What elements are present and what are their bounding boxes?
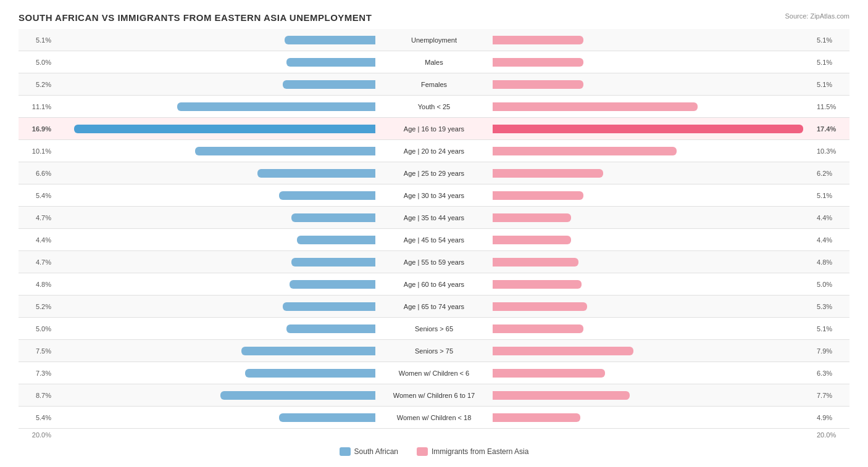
bar-blue — [285, 36, 375, 44]
left-bar-area — [54, 275, 375, 294]
left-value: 5.0% — [19, 59, 54, 66]
left-bar-area — [54, 297, 375, 316]
row-label: Males — [375, 59, 493, 66]
left-bar-area — [54, 209, 375, 227]
axis-row: 20.0%20.0% — [19, 429, 849, 441]
bar-pink — [493, 258, 578, 267]
bar-blue — [297, 236, 375, 244]
table-row: 6.6%Age | 25 to 29 years6.2% — [19, 162, 849, 184]
bar-pink — [493, 324, 583, 333]
right-bar-area — [493, 53, 814, 72]
legend: South African Immigrants from Eastern As… — [19, 447, 849, 456]
right-value: 4.4% — [814, 236, 849, 244]
left-value: 4.7% — [19, 258, 54, 266]
bar-pink — [493, 80, 583, 89]
left-value: 11.1% — [19, 103, 54, 110]
bar-blue — [74, 125, 375, 133]
table-row: 5.2%Females5.1% — [19, 73, 849, 96]
left-value: 16.9% — [19, 125, 54, 133]
right-value: 4.4% — [814, 214, 849, 221]
left-value: 4.8% — [19, 281, 54, 288]
right-value: 5.1% — [814, 325, 849, 333]
right-bar-area — [493, 31, 814, 49]
right-value: 4.8% — [814, 258, 849, 266]
left-value: 5.4% — [19, 192, 54, 199]
row-label: Age | 30 to 34 years — [375, 192, 493, 199]
row-label: Age | 20 to 24 years — [375, 147, 493, 155]
right-value: 7.7% — [814, 392, 849, 399]
row-label: Women w/ Children 6 to 17 — [375, 392, 493, 399]
bar-blue — [286, 324, 375, 333]
right-value: 11.5% — [814, 103, 849, 110]
right-value: 5.3% — [814, 303, 849, 310]
bar-blue — [257, 169, 375, 178]
bar-blue — [195, 147, 375, 155]
bar-pink — [493, 125, 803, 133]
table-row: 4.7%Age | 35 to 44 years4.4% — [19, 207, 849, 229]
table-row: 5.0%Males5.1% — [19, 51, 849, 73]
left-value: 4.4% — [19, 236, 54, 244]
table-row: 5.4%Age | 30 to 34 years5.1% — [19, 184, 849, 207]
table-row: 4.4%Age | 45 to 54 years4.4% — [19, 229, 849, 251]
right-value: 5.1% — [814, 81, 849, 88]
right-bar-area — [493, 386, 814, 405]
bar-pink — [493, 36, 583, 44]
right-bar-area — [493, 320, 814, 338]
row-label: Seniors > 75 — [375, 347, 493, 355]
table-row: 10.1%Age | 20 to 24 years10.3% — [19, 140, 849, 162]
legend-label-left: South African — [354, 447, 398, 456]
right-value: 6.2% — [814, 170, 849, 177]
row-label: Females — [375, 81, 493, 88]
right-bar-area — [493, 186, 814, 205]
right-value: 5.1% — [814, 59, 849, 66]
left-value: 4.7% — [19, 214, 54, 221]
bar-blue — [245, 369, 375, 378]
left-value: 7.3% — [19, 370, 54, 377]
table-row: 5.0%Seniors > 655.1% — [19, 318, 849, 340]
left-value: 5.2% — [19, 81, 54, 88]
right-bar-area — [493, 342, 814, 360]
bar-pink — [493, 102, 698, 111]
table-row: 8.7%Women w/ Children 6 to 177.7% — [19, 384, 849, 407]
table-row: 7.3%Women w/ Children < 66.3% — [19, 362, 849, 384]
left-bar-area — [54, 386, 375, 405]
right-bar-area — [493, 142, 814, 160]
table-row: 4.7%Age | 55 to 59 years4.8% — [19, 251, 849, 273]
legend-label-right: Immigrants from Eastern Asia — [432, 447, 528, 456]
right-bar-area — [493, 97, 814, 116]
right-bar-area — [493, 297, 814, 316]
left-bar-area — [54, 31, 375, 49]
bar-pink — [493, 302, 587, 311]
legend-color-pink — [417, 447, 428, 456]
right-bar-area — [493, 75, 814, 94]
left-bar-area — [54, 53, 375, 72]
row-label: Youth < 25 — [375, 103, 493, 110]
bar-blue — [279, 191, 375, 200]
bar-blue — [279, 413, 375, 422]
bar-pink — [493, 213, 571, 222]
axis-right: 20.0% — [814, 431, 849, 439]
left-bar-area — [54, 342, 375, 360]
row-label: Age | 25 to 29 years — [375, 170, 493, 177]
bar-pink — [493, 236, 571, 244]
row-label: Age | 16 to 19 years — [375, 125, 493, 133]
left-bar-area — [54, 142, 375, 160]
right-bar-area — [493, 364, 814, 382]
chart-source: Source: ZipAtlas.com — [785, 12, 849, 20]
bar-pink — [493, 191, 583, 200]
bar-blue — [220, 391, 375, 400]
row-label: Age | 45 to 54 years — [375, 236, 493, 244]
bar-pink — [493, 347, 633, 355]
bar-blue — [291, 213, 375, 222]
table-row: 5.1%Unemployment5.1% — [19, 29, 849, 51]
left-value: 5.0% — [19, 325, 54, 333]
row-label: Age | 35 to 44 years — [375, 214, 493, 221]
bar-blue — [283, 80, 375, 89]
right-bar-area — [493, 253, 814, 271]
left-bar-area — [54, 120, 375, 138]
left-bar-area — [54, 164, 375, 183]
right-bar-area — [493, 408, 814, 427]
bar-pink — [493, 369, 605, 378]
bar-blue — [241, 347, 375, 355]
table-row: 16.9%Age | 16 to 19 years17.4% — [19, 118, 849, 140]
